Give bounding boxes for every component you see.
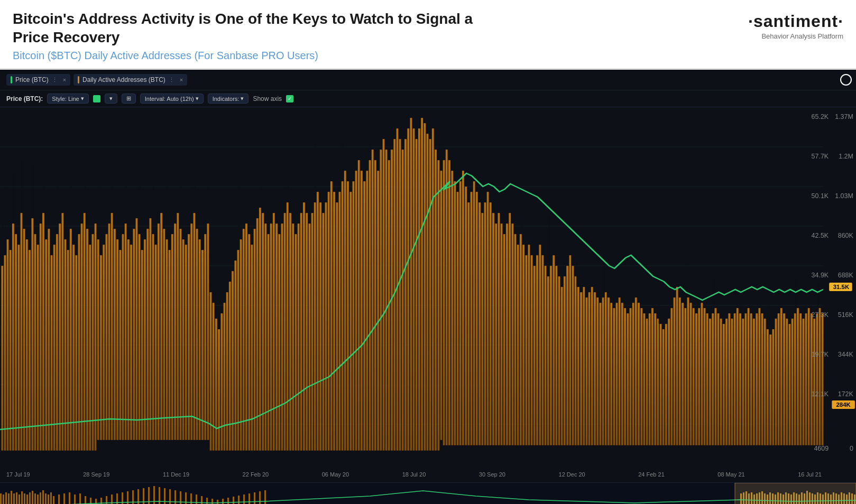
x-label-8: 12 Dec 20 (559, 471, 585, 478)
svg-rect-15 (17, 245, 20, 451)
svg-rect-142 (366, 171, 368, 451)
svg-rect-382 (21, 491, 23, 504)
svg-rect-30 (59, 223, 61, 451)
svg-rect-286 (761, 313, 763, 445)
svg-text:344K: 344K (838, 351, 854, 358)
svg-rect-134 (344, 171, 346, 451)
svg-rect-254 (673, 297, 675, 445)
svg-rect-184 (481, 213, 483, 445)
svg-rect-24 (42, 213, 44, 451)
tab-addr-close-icon[interactable]: × (180, 77, 183, 83)
svg-rect-293 (780, 308, 783, 445)
svg-rect-84 (207, 223, 209, 440)
svg-rect-162 (421, 118, 423, 451)
svg-rect-309 (2, 213, 3, 266)
svg-rect-265 (703, 308, 705, 445)
svg-rect-350 (817, 282, 818, 308)
svg-rect-479 (735, 483, 856, 504)
svg-rect-174 (454, 181, 456, 445)
svg-rect-189 (495, 223, 497, 445)
svg-rect-35 (72, 245, 75, 451)
svg-rect-205 (539, 245, 541, 445)
svg-text:1.03M: 1.03M (835, 192, 853, 200)
svg-rect-310 (5, 202, 6, 255)
svg-rect-427 (227, 498, 229, 504)
show-axis-checkbox[interactable]: ✓ (286, 95, 293, 102)
record-button[interactable] (840, 74, 852, 86)
svg-rect-131 (336, 202, 338, 451)
svg-rect-401 (90, 498, 91, 504)
svg-rect-199 (522, 245, 524, 445)
svg-rect-233 (615, 303, 618, 445)
svg-rect-334 (397, 118, 398, 128)
svg-rect-381 (19, 494, 20, 504)
svg-rect-75 (182, 239, 185, 440)
tab-close-icon[interactable]: × (63, 77, 66, 83)
svg-rect-275 (731, 319, 733, 445)
svg-rect-399 (79, 493, 81, 504)
svg-rect-250 (662, 329, 665, 445)
tab-price-btc[interactable]: Price (BTC) ⋮ × (6, 74, 70, 86)
svg-rect-232 (613, 308, 615, 445)
svg-rect-245 (649, 313, 651, 445)
svg-rect-20 (31, 218, 33, 451)
svg-rect-312 (13, 171, 14, 223)
svg-rect-203 (533, 266, 536, 445)
svg-rect-228 (602, 297, 604, 445)
svg-rect-46 (103, 245, 105, 440)
header-right: ·santiment· Behavior Analysis Platform (748, 10, 843, 40)
svg-rect-206 (541, 255, 544, 445)
svg-rect-398 (74, 494, 76, 504)
svg-rect-346 (713, 276, 714, 308)
svg-rect-385 (29, 492, 31, 504)
svg-rect-83 (204, 234, 206, 440)
svg-rect-144 (372, 150, 374, 451)
svg-rect-378 (11, 491, 12, 504)
svg-rect-99 (248, 234, 250, 451)
tab-menu-icon[interactable]: ⋮ (52, 77, 58, 83)
svg-rect-166 (432, 128, 434, 451)
svg-rect-284 (756, 313, 758, 445)
svg-rect-122 (311, 213, 313, 451)
svg-rect-129 (330, 181, 333, 451)
svg-rect-136 (349, 192, 352, 451)
svg-rect-339 (521, 192, 522, 234)
svg-rect-249 (659, 324, 661, 445)
color-dropdown[interactable]: ▾ (105, 94, 117, 104)
svg-rect-112 (284, 213, 286, 451)
svg-rect-128 (328, 192, 330, 451)
svg-rect-280 (744, 313, 747, 445)
tab-addr-menu-icon[interactable]: ⋮ (169, 77, 174, 83)
svg-rect-56 (130, 245, 132, 440)
style-dropdown[interactable]: Style: Line ▾ (47, 94, 88, 104)
svg-rect-320 (112, 150, 113, 213)
svg-rect-123 (314, 202, 316, 451)
svg-rect-22 (37, 245, 39, 451)
svg-rect-47 (105, 234, 107, 440)
interval-dropdown[interactable]: Interval: Auto (12h) ▾ (140, 94, 204, 104)
svg-rect-10 (4, 255, 6, 451)
svg-rect-209 (550, 266, 552, 445)
svg-rect-96 (240, 239, 242, 451)
color-swatch[interactable] (93, 95, 100, 102)
svg-rect-126 (322, 213, 324, 451)
svg-rect-41 (89, 245, 91, 451)
svg-rect-302 (805, 313, 807, 445)
svg-rect-307 (818, 308, 821, 445)
indicators-dropdown[interactable]: Indicators: ▾ (208, 94, 249, 104)
svg-rect-242 (640, 308, 642, 445)
interval-btn[interactable]: ⊞ (122, 94, 136, 104)
svg-rect-64 (152, 234, 154, 440)
svg-rect-393 (50, 492, 52, 504)
svg-rect-95 (237, 250, 239, 451)
svg-rect-270 (717, 313, 719, 445)
minimap[interactable] (0, 482, 856, 504)
svg-rect-115 (292, 223, 294, 451)
svg-rect-176 (459, 181, 462, 445)
tab-daily-active-addresses[interactable]: Daily Active Addresses (BTC) ⋮ × (73, 74, 187, 86)
svg-rect-161 (418, 128, 420, 451)
logo-dot-right: · (838, 12, 843, 31)
svg-rect-77 (188, 234, 190, 440)
svg-rect-163 (424, 123, 426, 451)
svg-rect-66 (158, 223, 160, 440)
